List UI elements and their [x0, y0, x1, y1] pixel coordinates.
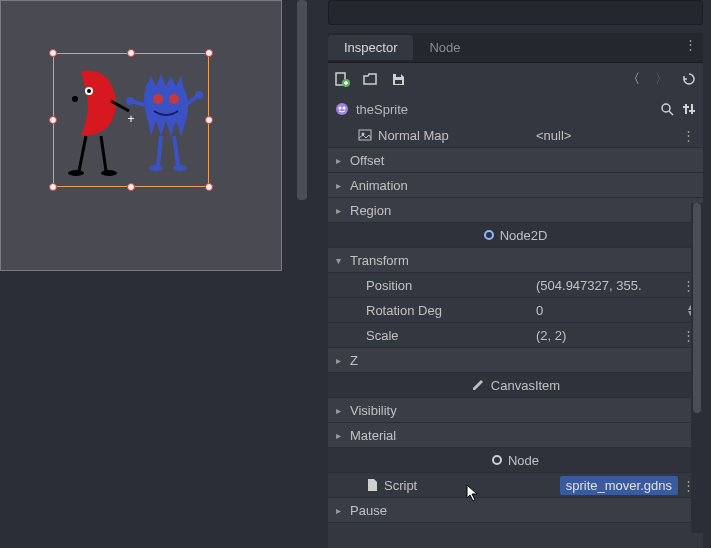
inspector-properties: Normal Map <null> ⋮ ▸Offset ▸Animation ▸…: [328, 123, 703, 548]
save-resource-icon[interactable]: [390, 71, 406, 87]
object-header: theSprite: [328, 95, 703, 123]
section-material[interactable]: ▸Material: [328, 423, 703, 448]
section-label: Animation: [350, 178, 408, 193]
sprite-node-icon: [334, 101, 350, 117]
sprite-blue-character: [126, 71, 206, 181]
search-icon[interactable]: [659, 101, 675, 117]
svg-point-1: [87, 89, 91, 93]
svg-rect-19: [685, 104, 687, 114]
svg-point-5: [153, 94, 163, 104]
section-offset[interactable]: ▸Offset: [328, 148, 703, 173]
svg-point-6: [169, 94, 179, 104]
svg-point-2: [68, 170, 84, 176]
viewport-scrollbar[interactable]: [294, 0, 310, 271]
chevron-right-icon: ▸: [336, 205, 346, 216]
svg-point-7: [149, 165, 163, 171]
section-z[interactable]: ▸Z: [328, 348, 703, 373]
resize-handle[interactable]: [205, 116, 213, 124]
new-resource-icon[interactable]: [334, 71, 350, 87]
sprite-red-character: [61, 61, 131, 181]
class-label: CanvasItem: [491, 378, 560, 393]
svg-point-9: [126, 97, 134, 105]
prop-label: Position: [336, 278, 536, 293]
section-animation[interactable]: ▸Animation: [328, 173, 703, 198]
chevron-right-icon: ▸: [336, 405, 346, 416]
image-icon: [358, 128, 372, 142]
chevron-right-icon: ▸: [336, 505, 346, 516]
section-label: Offset: [350, 153, 384, 168]
svg-rect-22: [689, 110, 695, 112]
prop-value[interactable]: <null>: [536, 128, 678, 143]
dock-tabs: Inspector Node ⋮: [328, 33, 703, 63]
chevron-right-icon: ▸: [336, 430, 346, 441]
object-name: theSprite: [356, 102, 408, 117]
svg-rect-13: [395, 80, 402, 84]
property-position[interactable]: Position (504.947327, 355. ⋮: [328, 273, 703, 298]
top-filter-bar[interactable]: [328, 0, 703, 25]
prop-value[interactable]: (2, 2): [536, 328, 678, 343]
chevron-down-icon: ▾: [336, 255, 346, 266]
property-script[interactable]: Script sprite_mover.gdns ⋮: [328, 473, 703, 498]
resize-handle[interactable]: [127, 49, 135, 57]
resize-handle[interactable]: [49, 116, 57, 124]
prop-value[interactable]: (504.947327, 355.: [536, 278, 678, 293]
svg-point-4: [72, 96, 78, 102]
node2d-icon: [484, 230, 494, 240]
resize-handle[interactable]: [127, 183, 135, 191]
tab-node[interactable]: Node: [413, 35, 476, 60]
script-icon: [366, 478, 378, 492]
section-pause[interactable]: ▸Pause: [328, 498, 703, 523]
history-icon[interactable]: [681, 71, 697, 87]
prop-value[interactable]: 0: [536, 303, 688, 318]
class-header-node2d: Node2D: [328, 223, 703, 248]
section-label: Visibility: [350, 403, 397, 418]
chevron-right-icon: ▸: [336, 355, 346, 366]
pencil-icon: [471, 378, 485, 392]
prop-label: Scale: [336, 328, 536, 343]
resize-handle[interactable]: [205, 183, 213, 191]
section-label: Region: [350, 203, 391, 218]
svg-point-3: [101, 170, 117, 176]
section-visibility[interactable]: ▸Visibility: [328, 398, 703, 423]
property-rotation[interactable]: Rotation Deg 0 ▴▾: [328, 298, 703, 323]
property-normal-map[interactable]: Normal Map <null> ⋮: [328, 123, 703, 148]
class-label: Node2D: [500, 228, 548, 243]
prop-label: Script: [384, 478, 417, 493]
editor-viewport[interactable]: +: [0, 0, 282, 271]
svg-point-8: [173, 165, 187, 171]
svg-rect-20: [691, 104, 693, 114]
prop-label: Normal Map: [378, 128, 449, 143]
inspector-toolbar: 〈 〉: [328, 63, 703, 95]
settings-icon[interactable]: [681, 101, 697, 117]
section-label: Z: [350, 353, 358, 368]
prop-value[interactable]: sprite_mover.gdns: [560, 476, 678, 495]
svg-point-15: [336, 103, 348, 115]
svg-rect-21: [683, 106, 689, 108]
section-region[interactable]: ▸Region: [328, 198, 703, 223]
resize-handle[interactable]: [49, 49, 57, 57]
class-label: Node: [508, 453, 539, 468]
svg-point-17: [343, 107, 346, 110]
property-scale[interactable]: Scale (2, 2) ⋮: [328, 323, 703, 348]
dock-menu-icon[interactable]: ⋮: [684, 37, 697, 52]
section-transform[interactable]: ▾Transform: [328, 248, 703, 273]
history-prev-icon[interactable]: 〈: [625, 71, 641, 87]
scrollbar-thumb[interactable]: [693, 203, 701, 413]
history-next-icon[interactable]: 〉: [653, 71, 669, 87]
chevron-right-icon: ▸: [336, 155, 346, 166]
resize-handle[interactable]: [205, 49, 213, 57]
node-icon: [492, 455, 502, 465]
chevron-right-icon: ▸: [336, 180, 346, 191]
open-resource-icon[interactable]: [362, 71, 378, 87]
tab-inspector[interactable]: Inspector: [328, 35, 413, 60]
section-label: Material: [350, 428, 396, 443]
prop-menu-icon[interactable]: ⋮: [678, 128, 695, 143]
svg-point-10: [195, 91, 203, 99]
svg-point-18: [662, 104, 670, 112]
class-header-node: Node: [328, 448, 703, 473]
section-label: Pause: [350, 503, 387, 518]
resize-handle[interactable]: [49, 183, 57, 191]
svg-point-16: [339, 107, 342, 110]
class-header-canvasitem: CanvasItem: [328, 373, 703, 398]
svg-rect-14: [396, 74, 401, 77]
